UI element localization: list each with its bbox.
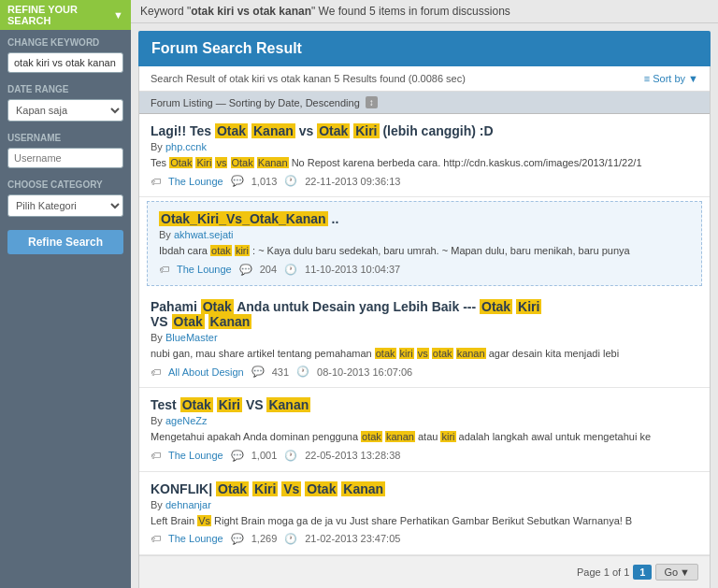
sidebar: REFINE YOUR SEARCH ▼ CHANGE KEYWORD DATE… (0, 0, 131, 588)
username-label: USERNAME (7, 133, 123, 143)
date-select[interactable]: Kapan saja (7, 99, 123, 122)
highlight: kanan (456, 348, 486, 359)
highlight: kiri (440, 431, 455, 442)
count-value: 204 (260, 264, 277, 275)
category-select[interactable]: Pilih Kategori (7, 194, 123, 217)
highlight: Otak (169, 157, 193, 168)
highlight: Vs (197, 515, 211, 526)
highlight: Otak (180, 397, 213, 412)
author-link[interactable]: php.ccnk (165, 141, 207, 152)
author-link[interactable]: BlueMaster (165, 332, 218, 343)
highlight: otak (210, 245, 232, 256)
keyword-label: CHANGE KEYWORD (7, 37, 123, 48)
result-title: Forum Search Result (138, 31, 711, 66)
listing-bar-text: Forum Listing — Sorting by Date, Descend… (151, 97, 360, 108)
item-title[interactable]: Test Otak Kiri VS Kanan (151, 397, 698, 412)
topbar-keyword: otak kiri vs otak kanan (191, 5, 311, 18)
item-excerpt: nubi gan, mau share artikel tentang pema… (151, 347, 698, 361)
highlight: Otak (317, 123, 350, 138)
list-item: Lagi!! Tes Otak Kanan vs Otak Kiri (lebi… (139, 114, 710, 197)
sort-by-button[interactable]: ≡ Sort by ▼ (644, 73, 698, 84)
clock-icon: 🕐 (284, 264, 297, 276)
comment-icon: 💬 (251, 366, 265, 378)
item-excerpt: Mengetahui apakah Anda dominan pengguna … (151, 430, 698, 444)
tag-icon: 🏷 (151, 533, 161, 544)
keyword-input[interactable] (7, 52, 123, 73)
tag-icon: 🏷 (151, 176, 161, 187)
chevron-down-icon: ▼ (113, 9, 123, 21)
highlight: Kiri (516, 299, 541, 314)
tag-icon: 🏷 (159, 264, 169, 275)
category-link[interactable]: The Lounge (168, 533, 223, 544)
item-title[interactable]: Otak_Kiri_Vs_Otak_Kanan .. (159, 211, 690, 226)
tag-icon: 🏷 (151, 450, 161, 461)
item-title[interactable]: Pahami Otak Anda untuk Desain yang Lebih… (151, 299, 698, 329)
username-input[interactable] (7, 148, 123, 168)
result-summary: Search Result of otak kiri vs otak kanan… (139, 66, 710, 92)
item-excerpt: Ibdah cara otak kiri : ~ Kaya dulu baru … (159, 244, 690, 258)
highlight: Kanan (341, 481, 385, 496)
category-link[interactable]: All About Design (168, 366, 244, 378)
author-link[interactable]: dehnanjar (165, 499, 211, 510)
highlight: Kiri (195, 157, 212, 168)
list-item: Test Otak Kiri VS Kanan By ageNeZz Menge… (139, 388, 710, 471)
item-excerpt: Tes Otak Kiri vs Otak Kanan No Repost ka… (151, 156, 698, 170)
category-link[interactable]: The Lounge (168, 176, 223, 187)
author-link[interactable]: akhwat.sejati (174, 229, 234, 240)
highlight: Otak (216, 481, 249, 496)
highlight: Vs (281, 481, 301, 496)
count-value: 431 (272, 366, 289, 378)
clock-icon: 🕐 (284, 533, 297, 545)
count-value: 1,013 (251, 176, 278, 187)
expand-icon[interactable]: ↕ (366, 96, 378, 108)
item-meta: 🏷 All About Design 💬 431 🕐 08-10-2013 16… (151, 366, 698, 378)
date-value: 08-10-2013 16:07:06 (317, 366, 412, 378)
highlight: Otak (480, 299, 512, 314)
go-button[interactable]: Go ▼ (655, 564, 698, 581)
count-value: 1,001 (251, 450, 278, 461)
clock-icon: 🕐 (296, 366, 309, 378)
item-meta: 🏷 The Lounge 💬 1,269 🕐 21-02-2013 23:47:… (151, 533, 698, 545)
sidebar-header: REFINE YOUR SEARCH ▼ (0, 0, 131, 30)
username-section: USERNAME (0, 125, 131, 172)
highlight: Otak (231, 157, 254, 168)
top-bar: Keyword "otak kiri vs otak kanan" We fou… (131, 0, 718, 23)
comment-icon: 💬 (231, 450, 244, 462)
category-link[interactable]: The Lounge (168, 450, 223, 461)
tag-icon: 🏷 (151, 366, 161, 378)
listing-bar: Forum Listing — Sorting by Date, Descend… (139, 92, 710, 114)
date-value: 11-10-2013 10:04:37 (305, 264, 400, 275)
keyword-section: CHANGE KEYWORD (0, 30, 131, 77)
highlight: Otak (201, 299, 234, 314)
item-author: By php.ccnk (151, 141, 698, 152)
category-section: CHOOSE CATEGORY Pilih Kategori (0, 172, 131, 221)
item-author: By dehnanjar (151, 499, 698, 510)
highlight: Kanan (208, 314, 252, 329)
author-link[interactable]: ageNeZz (165, 415, 208, 426)
topbar-keyword-suffix: " We found 5 items in forum discussions (311, 5, 510, 18)
main-content: Keyword "otak kiri vs otak kanan" We fou… (131, 0, 718, 588)
category-link[interactable]: The Lounge (177, 264, 232, 275)
list-item: KONFLIK| Otak Kiri Vs Otak Kanan By dehn… (139, 472, 710, 555)
highlight: otak (361, 431, 382, 442)
item-meta: 🏷 The Lounge 💬 1,001 🕐 22-05-2013 13:28:… (151, 450, 698, 462)
pagination-bar: Page 1 of 1 1 Go ▼ (139, 555, 710, 588)
item-title[interactable]: Lagi!! Tes Otak Kanan vs Otak Kiri (lebi… (151, 123, 698, 138)
highlight: kiri (399, 348, 414, 359)
highlight: Kanan (251, 123, 295, 138)
item-title[interactable]: KONFLIK| Otak Kiri Vs Otak Kanan (151, 481, 698, 496)
item-meta: 🏷 The Lounge 💬 1,013 🕐 22-11-2013 09:36:… (151, 175, 698, 187)
chevron-down-icon: ▼ (680, 566, 690, 578)
item-meta: 🏷 The Lounge 💬 204 🕐 11-10-2013 10:04:37 (159, 264, 690, 276)
date-label: DATE RANGE (7, 84, 123, 94)
refine-search-button[interactable]: Refine Search (7, 230, 123, 254)
highlight: Otak_Kiri_Vs_Otak_Kanan (159, 211, 328, 226)
item-author: By akhwat.sejati (159, 229, 690, 240)
highlight: vs (417, 348, 429, 359)
sidebar-title: REFINE YOUR SEARCH (7, 4, 113, 26)
highlight: Kiri (217, 397, 242, 412)
summary-text: Search Result of otak kiri vs otak kanan… (151, 73, 466, 84)
date-value: 22-05-2013 13:28:38 (305, 450, 400, 461)
highlight: Kanan (257, 157, 289, 168)
item-author: By BlueMaster (151, 332, 698, 343)
